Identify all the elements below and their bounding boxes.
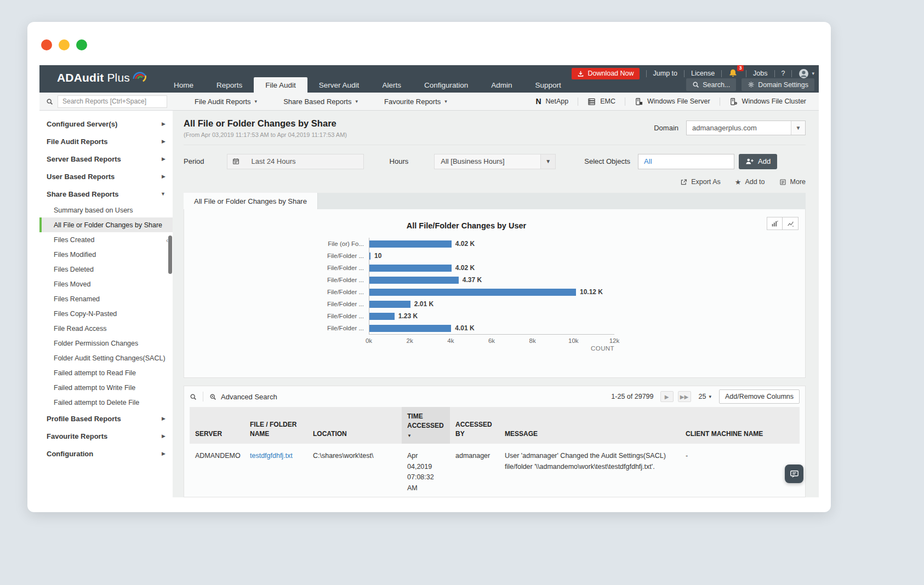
column-header-message[interactable]: MESSAGE <box>499 407 680 444</box>
column-header-location[interactable]: LOCATION <box>307 407 402 444</box>
chart-bar-row: File/Folder ...10 <box>318 250 614 262</box>
column-header-time-accessed[interactable]: TIME ACCESSED▼ <box>402 407 450 444</box>
column-header-file-folder-name[interactable]: FILE / FOLDER NAME <box>244 407 307 444</box>
notifications-button[interactable]: 3 <box>728 68 739 78</box>
chart-bar[interactable] <box>369 240 452 248</box>
column-header-client-machine-name[interactable]: CLIENT MACHINE NAME <box>680 407 800 444</box>
sidebar-item-files-modified[interactable]: Files Modified <box>39 247 173 262</box>
chart-bar[interactable] <box>369 313 395 320</box>
nav-tab-alerts[interactable]: Alerts <box>370 77 413 93</box>
sidebar-group-user-based-reports[interactable]: User Based Reports▶ <box>39 168 173 185</box>
sidebar-group-server-based-reports[interactable]: Server Based Reports▶ <box>39 150 173 168</box>
nav-tab-admin[interactable]: Admin <box>480 77 523 93</box>
add-remove-columns-button[interactable]: Add/Remove Columns <box>719 389 800 404</box>
more-actions-button[interactable]: More <box>779 178 806 186</box>
nav-tab-home[interactable]: Home <box>162 77 205 93</box>
zoom-window-button[interactable] <box>76 39 87 50</box>
chart-bar[interactable] <box>369 301 410 308</box>
sidebar-item-files-deleted[interactable]: Files Deleted <box>39 262 173 277</box>
chart-bar[interactable] <box>369 277 459 284</box>
column-header-accessed-by[interactable]: ACCESSED BY <box>450 407 499 444</box>
platform-emc[interactable]: EMC <box>578 97 625 106</box>
menu-file-audit-reports[interactable]: File Audit Reports▾ <box>181 97 270 106</box>
help-button[interactable]: ? <box>782 70 785 77</box>
domain-settings-button[interactable]: Domain Settings <box>742 78 814 91</box>
menu-favourite-reports[interactable]: Favourite Reports▾ <box>371 97 460 106</box>
sidebar-group-label: Share Based Reports <box>47 190 119 198</box>
sidebar-item-files-created[interactable]: Files Created <box>39 232 173 247</box>
jump-to-link[interactable]: Jump to <box>653 70 677 77</box>
search-reports-input[interactable] <box>58 95 167 108</box>
sidebar-item-files-moved[interactable]: Files Moved <box>39 277 173 291</box>
next-page-button[interactable]: ▶ <box>660 391 674 402</box>
sidebar-item-folder-permission-changes[interactable]: Folder Permission Changes <box>39 336 173 351</box>
download-now-button[interactable]: Download Now <box>572 68 639 79</box>
platform-windows-file-cluster[interactable]: Windows File Cluster <box>720 97 815 106</box>
close-window-button[interactable] <box>41 39 52 50</box>
results-table-panel: Advanced Search 1-25 of 29799 ▶ ▶▶ 25 ▾ … <box>184 386 806 497</box>
sidebar-item-file-read-access[interactable]: File Read Access <box>39 321 173 336</box>
domain-select[interactable]: admanagerplus.com ▼ <box>686 121 806 135</box>
period-picker[interactable]: Last 24 Hours <box>227 154 364 169</box>
sidebar-item-failed-attempt-to-delete-file[interactable]: Failed attempt to Delete File <box>39 395 173 410</box>
x-tick-label: 2k <box>407 337 413 344</box>
export-as-button[interactable]: Export As <box>680 178 721 186</box>
primary-nav-tabs: HomeReportsFile AuditServer AuditAlertsC… <box>162 77 573 93</box>
sidebar-group-favourite-reports[interactable]: Favourite Reports▶ <box>39 427 173 445</box>
feedback-chat-button[interactable] <box>785 464 803 483</box>
sidebar-item-all-file-or-folder-changes-by-share[interactable]: All File or Folder Changes by Share <box>39 217 173 232</box>
page-size-select[interactable]: 25 ▾ <box>699 393 711 400</box>
sidebar-item-folder-audit-setting-changes-sacl[interactable]: Folder Audit Setting Changes(SACL) <box>39 351 173 365</box>
nav-tab-configuration[interactable]: Configuration <box>413 77 480 93</box>
advanced-search-button[interactable]: Advanced Search <box>209 393 277 401</box>
file-link[interactable]: testdfgfdhfj.txt <box>250 452 293 460</box>
menu-share-based-reports[interactable]: Share Based Reports▾ <box>270 97 371 106</box>
line-chart-button[interactable] <box>783 217 798 230</box>
nav-tab-server-audit[interactable]: Server Audit <box>307 77 371 93</box>
chart-type-button[interactable] <box>767 217 783 230</box>
global-search-button[interactable]: Search... <box>686 78 736 91</box>
chart-bar[interactable] <box>369 265 452 272</box>
last-page-button[interactable]: ▶▶ <box>678 391 691 402</box>
sidebar-group-profile-based-reports[interactable]: Profile Based Reports▶ <box>39 410 173 427</box>
user-menu-button[interactable]: ▾ <box>798 68 814 79</box>
chart-value-label: 2.01 K <box>414 300 434 308</box>
export-as-label: Export As <box>691 178 721 186</box>
platform-netapp[interactable]: NNetApp <box>526 97 578 106</box>
sidebar-item-failed-attempt-to-read-file[interactable]: Failed attempt to Read File <box>39 365 173 380</box>
jobs-link[interactable]: Jobs <box>753 70 767 77</box>
column-search-button[interactable] <box>190 393 197 400</box>
cell-server: ADMANDEMO <box>190 444 244 497</box>
nav-tab-file-audit[interactable]: File Audit <box>254 77 307 93</box>
column-header-server[interactable]: SERVER <box>190 407 244 444</box>
sidebar-group-configuration[interactable]: Configuration▶ <box>39 445 173 462</box>
nav-tab-reports[interactable]: Reports <box>205 77 254 93</box>
chart-bar[interactable] <box>369 325 451 332</box>
sidebar-item-failed-attempt-to-write-file[interactable]: Failed attempt to Write File <box>39 380 173 395</box>
cell-accessed-by: admanager <box>450 444 499 497</box>
export-icon <box>680 179 687 186</box>
domain-label: Domain <box>654 124 678 132</box>
chart-bar[interactable] <box>369 289 576 296</box>
sidebar-item-files-copy-n-pasted[interactable]: Files Copy-N-Pasted <box>39 306 173 321</box>
sidebar-group-configured-server-s[interactable]: Configured Server(s)▶ <box>39 115 173 133</box>
nav-tab-support[interactable]: Support <box>523 77 572 93</box>
sidebar-item-summary-based-on-users[interactable]: Summary based on Users <box>39 203 173 217</box>
select-objects-input[interactable]: All <box>638 154 734 169</box>
sidebar-group-file-audit-reports[interactable]: File Audit Reports▶ <box>39 133 173 150</box>
add-objects-button[interactable]: Add <box>739 154 777 169</box>
platform-windows-file-server[interactable]: Windows File Server <box>625 97 720 106</box>
license-link[interactable]: License <box>691 70 715 77</box>
add-to-favourites-button[interactable]: ★ Add to <box>735 178 765 186</box>
sidebar-item-files-renamed[interactable]: Files Renamed <box>39 291 173 306</box>
menu-label: File Audit Reports <box>195 97 251 106</box>
sidebar-scrollbar[interactable] <box>168 236 172 274</box>
minimize-window-button[interactable] <box>59 39 70 50</box>
sidebar-group-share-based-reports[interactable]: Share Based Reports▼ <box>39 185 173 203</box>
line-chart-icon <box>787 220 794 227</box>
chart-bar[interactable] <box>369 253 370 260</box>
report-toolbar: File Audit Reports▾Share Based Reports▾F… <box>39 93 819 111</box>
tab-all-file-or-folder-changes-by-share[interactable]: All File or Folder Changes by Share <box>184 193 318 209</box>
hours-select[interactable]: All [Business Hours] ▼ <box>434 154 556 169</box>
download-now-label: Download Now <box>588 70 634 77</box>
